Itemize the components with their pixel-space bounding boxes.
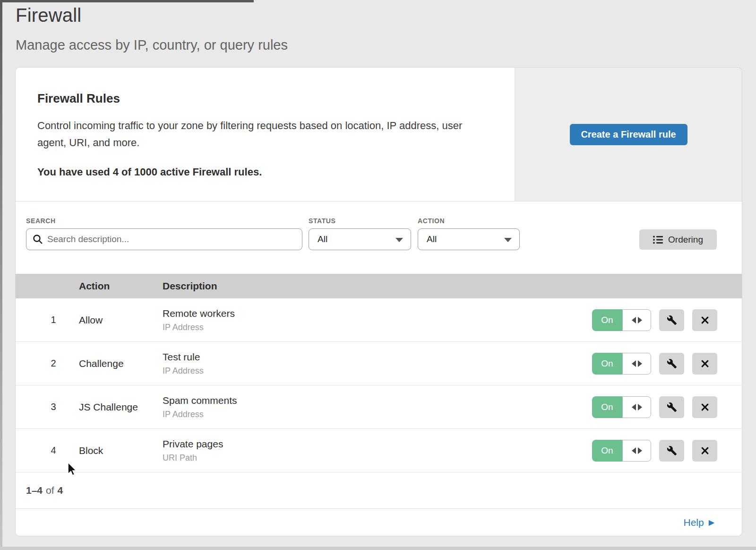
status-select[interactable]: All bbox=[309, 228, 411, 250]
table-row: 3 JS Challenge Spam comments IP Address … bbox=[16, 385, 742, 429]
rule-priority: 1 bbox=[16, 314, 79, 325]
search-icon bbox=[32, 234, 43, 245]
edit-rule-button[interactable] bbox=[659, 396, 684, 418]
table-header: Action Description bbox=[16, 274, 742, 298]
intro-section: Firewall Rules Control incoming traffic … bbox=[16, 68, 742, 201]
rule-controls: On bbox=[586, 309, 742, 331]
filter-section: SEARCH STATUS All ACTION All Ordering bbox=[16, 201, 742, 274]
description-column-header: Description bbox=[163, 280, 586, 292]
rule-field: IP Address bbox=[163, 366, 586, 376]
rule-description-cell: Spam comments IP Address bbox=[163, 395, 586, 419]
edit-rule-button[interactable] bbox=[659, 309, 684, 331]
status-select-value: All bbox=[318, 234, 327, 244]
panel-footer: Help ▶ bbox=[16, 509, 742, 536]
triangle-right-icon: ▶ bbox=[709, 519, 714, 526]
pagination-total: 4 bbox=[58, 485, 63, 496]
rule-controls: On bbox=[586, 440, 742, 462]
search-input[interactable] bbox=[26, 228, 302, 250]
action-select-value: All bbox=[427, 234, 437, 244]
page-subtitle: Manage access by IP, country, or query r… bbox=[16, 37, 288, 53]
left-right-arrows-icon bbox=[632, 360, 636, 367]
search-field-wrapper bbox=[26, 228, 302, 250]
ordering-button-label: Ordering bbox=[668, 235, 703, 245]
window-edge-left bbox=[0, 0, 2, 550]
rule-controls: On bbox=[586, 396, 742, 418]
rule-action: Allow bbox=[79, 314, 163, 326]
left-right-arrows-icon bbox=[638, 404, 642, 410]
rule-description-cell: Remote workers IP Address bbox=[163, 308, 586, 332]
rule-enabled-toggle[interactable]: On bbox=[592, 440, 651, 462]
rule-description: Remote workers bbox=[163, 308, 586, 319]
page-header: Firewall Manage access by IP, country, o… bbox=[16, 5, 288, 53]
rule-priority: 4 bbox=[16, 445, 79, 456]
delete-rule-button[interactable] bbox=[692, 353, 717, 375]
table-row: 1 Allow Remote workers IP Address On bbox=[16, 298, 742, 342]
list-icon bbox=[653, 236, 663, 244]
window-edge-bottom bbox=[0, 547, 756, 550]
toggle-drag-segment[interactable] bbox=[622, 440, 651, 462]
create-firewall-rule-button[interactable]: Create a Firewall rule bbox=[570, 124, 687, 145]
toggle-on-segment[interactable]: On bbox=[592, 353, 622, 375]
rule-enabled-toggle[interactable]: On bbox=[592, 396, 651, 418]
intro-action-panel: Create a Firewall rule bbox=[515, 68, 742, 201]
toggle-on-segment[interactable]: On bbox=[592, 396, 622, 418]
wrench-icon bbox=[667, 358, 677, 369]
pagination: 1–4 of 4 bbox=[16, 472, 742, 509]
action-select[interactable]: All bbox=[418, 228, 520, 250]
rule-priority: 3 bbox=[16, 402, 79, 412]
x-icon bbox=[700, 446, 710, 455]
left-right-arrows-icon bbox=[632, 404, 636, 410]
rule-enabled-toggle[interactable]: On bbox=[592, 309, 651, 331]
x-icon bbox=[700, 402, 710, 412]
firewall-rules-panel: Firewall Rules Control incoming traffic … bbox=[16, 68, 742, 536]
pagination-of: of bbox=[46, 485, 54, 496]
rule-description: Private pages bbox=[163, 438, 586, 450]
x-icon bbox=[700, 315, 710, 325]
delete-rule-button[interactable] bbox=[692, 396, 717, 418]
toggle-on-segment[interactable]: On bbox=[592, 309, 622, 331]
rule-field: URI Path bbox=[163, 453, 586, 463]
x-icon bbox=[700, 359, 710, 368]
delete-rule-button[interactable] bbox=[692, 440, 717, 462]
left-right-arrows-icon bbox=[638, 317, 642, 323]
intro-heading: Firewall Rules bbox=[37, 91, 486, 106]
action-label: ACTION bbox=[418, 217, 445, 225]
chevron-down-icon bbox=[504, 238, 512, 242]
usage-note: You have used 4 of 1000 active Firewall … bbox=[37, 166, 486, 178]
rule-enabled-toggle[interactable]: On bbox=[592, 353, 651, 375]
help-link[interactable]: Help ▶ bbox=[683, 517, 714, 528]
edit-rule-button[interactable] bbox=[659, 440, 684, 462]
rule-controls: On bbox=[586, 353, 742, 375]
rule-action: Challenge bbox=[79, 358, 163, 369]
intro-text-block: Firewall Rules Control incoming traffic … bbox=[16, 68, 515, 201]
chevron-down-icon bbox=[395, 238, 403, 242]
rule-action: JS Challenge bbox=[79, 402, 163, 413]
left-right-arrows-icon bbox=[638, 447, 642, 454]
ordering-button[interactable]: Ordering bbox=[639, 229, 717, 250]
status-label: STATUS bbox=[309, 217, 336, 225]
rule-description-cell: Private pages URI Path bbox=[163, 438, 586, 463]
wrench-icon bbox=[667, 402, 677, 412]
delete-rule-button[interactable] bbox=[692, 309, 717, 331]
rule-action: Block bbox=[79, 445, 163, 456]
action-column-header: Action bbox=[79, 280, 163, 292]
search-label: SEARCH bbox=[26, 217, 56, 225]
rule-description: Test rule bbox=[163, 351, 586, 363]
wrench-icon bbox=[667, 445, 677, 456]
toggle-drag-segment[interactable] bbox=[622, 309, 651, 331]
page-title: Firewall bbox=[16, 5, 288, 26]
rule-description: Spam comments bbox=[163, 395, 586, 406]
toggle-drag-segment[interactable] bbox=[622, 396, 651, 418]
toggle-on-segment[interactable]: On bbox=[592, 440, 622, 462]
rule-field: IP Address bbox=[163, 410, 586, 419]
rule-priority: 2 bbox=[16, 358, 79, 369]
wrench-icon bbox=[667, 315, 677, 325]
left-right-arrows-icon bbox=[632, 317, 636, 323]
left-right-arrows-icon bbox=[632, 447, 636, 454]
left-right-arrows-icon bbox=[638, 360, 642, 367]
table-row: 2 Challenge Test rule IP Address On bbox=[16, 342, 742, 385]
help-link-label: Help bbox=[683, 517, 704, 528]
pagination-range: 1–4 bbox=[26, 485, 43, 496]
toggle-drag-segment[interactable] bbox=[622, 353, 651, 375]
edit-rule-button[interactable] bbox=[659, 353, 684, 375]
